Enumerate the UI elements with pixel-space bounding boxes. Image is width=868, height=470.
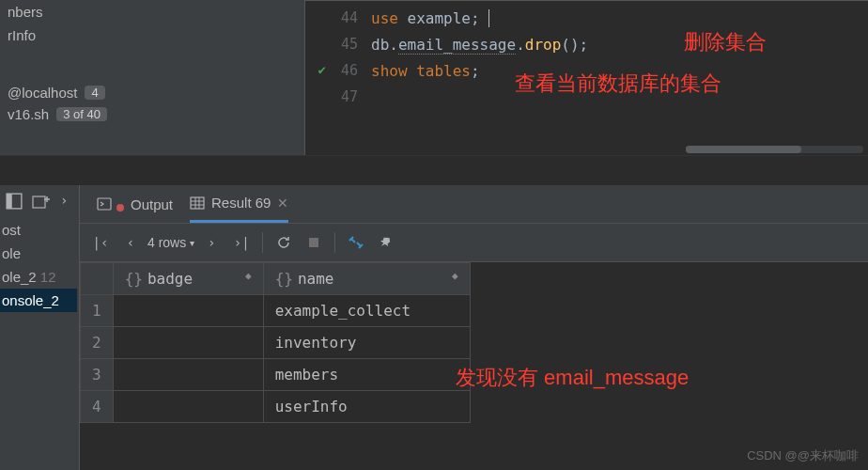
last-page-icon[interactable]: ›| xyxy=(228,229,255,256)
console-list-item[interactable]: ole xyxy=(0,242,77,265)
count-badge: 4 xyxy=(85,86,104,100)
console-list-item[interactable]: onsole_2 xyxy=(0,289,77,312)
tab-label: Output xyxy=(131,196,173,212)
tab-output[interactable]: Output xyxy=(97,185,173,223)
first-page-icon[interactable]: |‹ xyxy=(87,229,114,256)
cell[interactable] xyxy=(113,391,263,423)
column-header[interactable]: {}name◆ xyxy=(263,263,470,295)
svg-rect-6 xyxy=(191,197,204,209)
column-header[interactable]: {}badge◆ xyxy=(113,263,263,295)
row-number: 4 xyxy=(81,391,114,423)
close-icon[interactable]: ✕ xyxy=(277,196,288,211)
count-badge: 3 of 40 xyxy=(56,107,107,121)
pin-icon[interactable] xyxy=(373,229,399,256)
cell[interactable]: inventory xyxy=(263,327,470,359)
tab-result[interactable]: Result 69 ✕ xyxy=(190,185,288,223)
next-page-icon[interactable]: › xyxy=(198,229,225,256)
tree-item[interactable]: rInfo xyxy=(8,24,297,47)
row-number: 2 xyxy=(81,327,114,359)
line-number: 46✔ xyxy=(305,62,371,79)
line-number: 47 xyxy=(305,88,371,105)
cell[interactable]: userInfo xyxy=(263,391,470,423)
svg-rect-1 xyxy=(7,194,12,209)
row-number: 1 xyxy=(81,295,114,327)
cell[interactable] xyxy=(113,295,263,327)
layout-icon[interactable] xyxy=(6,193,23,212)
console-list-item[interactable]: ost xyxy=(0,218,77,242)
console-list[interactable]: ostoleole_2 12onsole_2 xyxy=(0,218,77,312)
row-header-corner xyxy=(81,263,114,295)
table-icon xyxy=(190,196,205,211)
results-toolbar: |‹ ‹ 4 rows▾ › ›| xyxy=(80,223,868,262)
annotation: 发现没有 email_message xyxy=(456,364,689,392)
row-number: 3 xyxy=(81,359,114,391)
code-line[interactable]: 44use example; xyxy=(305,5,868,31)
annotation: 删除集合 xyxy=(684,28,767,56)
compare-icon[interactable] xyxy=(343,229,369,256)
row-count-dropdown[interactable]: 4 rows▾ xyxy=(147,235,194,250)
file-label[interactable]: v16.sh xyxy=(8,106,49,122)
table-row[interactable]: 2inventory xyxy=(81,327,471,359)
tree-item[interactable]: nbers xyxy=(8,0,297,24)
horizontal-scrollbar[interactable] xyxy=(686,146,863,153)
add-tab-icon[interactable] xyxy=(32,193,51,212)
refresh-icon[interactable] xyxy=(271,229,297,256)
project-tree-panel[interactable]: nbers rInfo @localhost 4 v16.sh 3 of 40 xyxy=(0,0,305,155)
annotation: 查看当前数据库的集合 xyxy=(515,70,721,98)
cell[interactable]: members xyxy=(263,359,470,391)
output-icon xyxy=(97,196,112,212)
line-number: 44 xyxy=(305,9,371,26)
cell[interactable]: example_collect xyxy=(263,295,470,327)
cell[interactable] xyxy=(113,327,263,359)
console-list-item[interactable]: ole_2 12 xyxy=(0,265,77,289)
tab-label: Result 69 xyxy=(211,195,271,211)
watermark: CSDN @@来杯咖啡 xyxy=(747,447,859,464)
code-line[interactable]: 45db.email_message.drop(); xyxy=(305,31,868,57)
svg-rect-11 xyxy=(309,238,318,247)
datasource-label[interactable]: @localhost xyxy=(8,85,77,101)
line-number: 45 xyxy=(305,36,371,53)
chevron-right-icon[interactable]: › xyxy=(60,193,68,208)
results-table[interactable]: {}badge◆{}name◆1example_collect2inventor… xyxy=(80,262,471,423)
table-row[interactable]: 3members xyxy=(81,359,471,391)
table-row[interactable]: 4userInfo xyxy=(81,391,471,423)
results-panel: Output Result 69 ✕ |‹ ‹ 4 rows▾ › ›| {}b… xyxy=(80,185,868,470)
svg-rect-2 xyxy=(33,196,45,208)
table-row[interactable]: 1example_collect xyxy=(81,295,471,327)
prev-page-icon[interactable]: ‹ xyxy=(117,229,144,256)
stop-icon xyxy=(301,229,327,256)
cell[interactable] xyxy=(113,359,263,391)
checkmark-icon: ✔ xyxy=(318,62,326,77)
